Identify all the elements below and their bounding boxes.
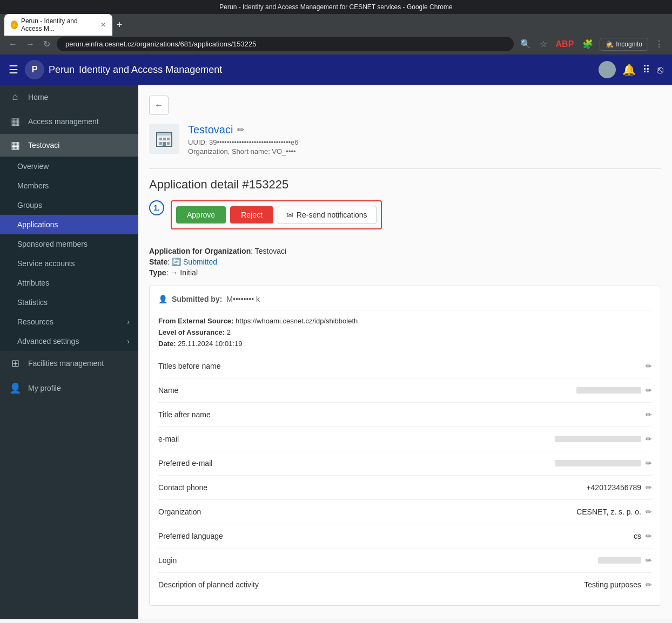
edit-email-icon[interactable]: ✏ (646, 435, 652, 443)
profile-icon: 👤 (9, 382, 22, 394)
sidebar-item-attributes[interactable]: Attributes (0, 273, 138, 293)
field-label-preferred-email: Preferred e-mail (158, 459, 364, 468)
browser-tabs: ⚡ Perun - Identity and Access M... ✕ + (0, 14, 672, 33)
incognito-button[interactable]: 🕵 Incognito (600, 38, 648, 51)
logout-icon[interactable]: ⎋ (657, 64, 663, 76)
resend-label: Re-send notifications (297, 211, 367, 219)
svg-rect-8 (167, 142, 170, 145)
edit-preferred-email-icon[interactable]: ✏ (646, 459, 652, 468)
facilities-icon: ⊞ (9, 357, 22, 369)
address-bar-input[interactable] (57, 37, 514, 51)
type-value: Initial (180, 268, 198, 277)
field-value-preferred-email: ✏ (364, 459, 652, 468)
back-button[interactable]: ← (149, 96, 169, 115)
edit-description-icon[interactable]: ✏ (646, 580, 652, 589)
notifications-icon[interactable]: 🔔 (622, 63, 636, 76)
vo-name: Testovaci (28, 141, 130, 150)
search-icon[interactable]: 🔍 (518, 37, 533, 51)
sidebar-item-access-management[interactable]: ▦ Access management (0, 109, 138, 134)
app-detail-title: Application detail #153225 (149, 178, 288, 192)
tab-favicon: ⚡ (11, 21, 18, 29)
field-value-login: ✏ (364, 556, 652, 565)
sidebar-section: Overview Members Groups Applications Spo… (0, 157, 138, 351)
field-label-titles-before: Titles before name (158, 362, 364, 370)
entity-name-edit-icon[interactable]: ✏ (237, 125, 244, 135)
sidebar-item-statistics[interactable]: Statistics (0, 293, 138, 312)
submission-date: Date: 25.11.2024 10:01:19 (158, 340, 652, 348)
user-avatar[interactable] (599, 61, 616, 78)
field-value-organization: CESNET, z. s. p. o. ✏ (364, 507, 652, 516)
back-nav-button[interactable]: ← (6, 37, 19, 51)
header-actions: 🔔 ⠿ ⎋ (599, 61, 663, 78)
edit-login-icon[interactable]: ✏ (646, 556, 652, 565)
entity-info: Testovaci ✏ UUID: 39••••••••••••••••••••… (188, 124, 661, 155)
sidebar-item-access-management-label: Access management (28, 117, 130, 126)
edit-preferred-language-icon[interactable]: ✏ (646, 532, 652, 540)
sidebar-item-overview-label: Overview (17, 162, 49, 171)
field-row-description: Description of planned activity Testing … (158, 573, 652, 597)
sidebar: ⌂ Home ▦ Access management ▦ Testovaci O… (0, 85, 138, 619)
sidebar-item-sponsored-members[interactable]: Sponsored members (0, 234, 138, 254)
sidebar-item-my-profile[interactable]: 👤 My profile (0, 376, 138, 401)
contact-phone-value: +420123456789 (586, 483, 641, 492)
entity-name-link[interactable]: Testovaci (188, 124, 233, 136)
loa: Level of Assurance: 2 (158, 328, 652, 336)
app-title: Identity and Access Management (79, 64, 222, 76)
sidebar-item-overview[interactable]: Overview (0, 157, 138, 176)
sidebar-item-facilities-label: Facilities management (28, 359, 130, 368)
app-for-org: Application for Organization: Testovaci (149, 247, 661, 255)
approve-button[interactable]: Approve (176, 206, 226, 224)
browser-tab-active[interactable]: ⚡ Perun - Identity and Access M... ✕ (4, 14, 112, 36)
field-row-title-after: Title after name ✏ (158, 403, 652, 427)
edit-title-after-icon[interactable]: ✏ (646, 410, 652, 419)
submitted-by-label: Submitted by: (172, 295, 222, 303)
browser-menu-icon[interactable]: ⋮ (653, 37, 666, 51)
incognito-label: Incognito (616, 40, 642, 48)
submitted-by-value: M•••••••• k (226, 295, 260, 303)
resend-notifications-button[interactable]: ✉ Re-send notifications (278, 206, 377, 224)
submission-header: 👤 Submitted by: M•••••••• k (158, 295, 652, 310)
entity-shortname: Organization, Short name: VO_•••• (188, 147, 661, 155)
edit-name-icon[interactable]: ✏ (646, 386, 652, 395)
field-label-login: Login (158, 556, 364, 565)
submission-card: 👤 Submitted by: M•••••••• k From Externa… (149, 286, 661, 606)
svg-rect-5 (163, 138, 166, 140)
sidebar-item-advanced-settings[interactable]: Advanced settings › (0, 331, 138, 351)
extension-icon[interactable]: ABP (554, 37, 576, 51)
loa-value: 2 (227, 328, 231, 336)
sidebar-item-applications[interactable]: Applications (0, 215, 138, 234)
browser-title: Perun - Identity and Access Management f… (219, 3, 452, 11)
edit-contact-phone-icon[interactable]: ✏ (646, 483, 652, 492)
incognito-icon: 🕵 (606, 40, 614, 48)
app-type: Type: → Initial (149, 268, 661, 277)
field-value-contact-phone: +420123456789 ✏ (364, 483, 652, 492)
field-row-contact-phone: Contact phone +420123456789 ✏ (158, 476, 652, 500)
edit-titles-before-icon[interactable]: ✏ (646, 362, 652, 370)
sidebar-item-sponsored-members-label: Sponsored members (17, 240, 88, 248)
apps-grid-icon[interactable]: ⠿ (642, 63, 650, 76)
app-wrapper: ☰ P Perun Identity and Access Management… (0, 55, 672, 619)
field-value-preferred-language: cs ✏ (364, 532, 652, 540)
tab-close-button[interactable]: ✕ (100, 21, 106, 29)
field-label-contact-phone: Contact phone (158, 483, 364, 492)
reject-button[interactable]: Reject (230, 206, 273, 224)
browser-title-bar: Perun - Identity and Access Management f… (0, 0, 672, 14)
forward-nav-button[interactable]: → (24, 37, 37, 51)
sidebar-item-members[interactable]: Members (0, 176, 138, 195)
sidebar-item-facilities-management[interactable]: ⊞ Facilities management (0, 351, 138, 376)
state-badge: 🔄 Submitted (172, 258, 217, 266)
sidebar-vo-item[interactable]: ▦ Testovaci (0, 134, 138, 157)
sidebar-item-home[interactable]: ⌂ Home (0, 85, 138, 109)
edit-organization-icon[interactable]: ✏ (646, 507, 652, 516)
new-tab-button[interactable]: + (112, 19, 127, 31)
sidebar-item-resources[interactable]: Resources › (0, 312, 138, 331)
step-badge: 1. (149, 200, 164, 215)
sidebar-item-attributes-label: Attributes (17, 279, 49, 287)
hamburger-menu-button[interactable]: ☰ (9, 63, 18, 76)
reload-button[interactable]: ↻ (41, 37, 52, 51)
field-row-preferred-email: Preferred e-mail ✏ (158, 451, 652, 476)
extensions-menu-icon[interactable]: 🧩 (580, 37, 595, 51)
sidebar-item-groups[interactable]: Groups (0, 195, 138, 215)
sidebar-item-service-accounts[interactable]: Service accounts (0, 254, 138, 273)
bookmark-icon[interactable]: ☆ (537, 37, 549, 51)
